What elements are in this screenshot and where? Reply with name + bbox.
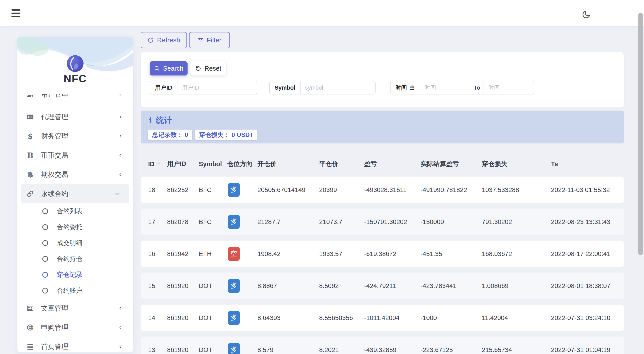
stats-title-text: 统计 [156, 115, 172, 126]
cell-symbol: DOT [199, 314, 227, 321]
chevron-left-icon [118, 153, 123, 158]
life-ring-icon [26, 323, 34, 331]
cell-ts: 2022-11-03 01:55:32 [551, 186, 624, 194]
page-scrollbar[interactable] [638, 13, 643, 255]
cell-ts: 2022-07-31 03:24:10 [551, 314, 624, 321]
sidebar-subitem-6[interactable]: 合约列表 [18, 203, 133, 219]
table-body: 18862252BTC多20505.6701414920399-493028.3… [141, 176, 624, 354]
sidebar-subitem-label: 穿仓记录 [57, 270, 82, 279]
user-id-field-group: 用户ID [150, 81, 257, 94]
sidebar-subitem-7[interactable]: 合约委托 [18, 219, 133, 235]
stat-badge-label: 穿仓损失： [199, 131, 230, 139]
brand-logo [67, 55, 84, 72]
sidebar-item-13[interactable]: 申购管理 [18, 318, 133, 337]
cell-direction: 空 [227, 247, 258, 261]
cell-settled_pnl: -491990.781822 [420, 186, 482, 194]
sidebar-subitem-11[interactable]: 合约账户 [18, 283, 133, 299]
cell-pnl: -439.32859 [364, 346, 420, 353]
search-button[interactable]: Search [150, 61, 188, 75]
column-header-6: 盈亏 [364, 159, 420, 168]
refresh-button[interactable]: Refresh [140, 32, 187, 48]
stat-badge-0: 总记录数：0 [148, 129, 192, 140]
filter-label: Filter [207, 36, 222, 44]
brand-name: NFC [18, 73, 133, 85]
reset-button[interactable]: Reset [190, 61, 226, 75]
time-field-group: 时间 To [390, 81, 534, 94]
sidebar: NFC 用户管理代理管理$财务管理B币币交易฿期权交易永续合约合约列表合约委托成… [18, 37, 133, 352]
sidebar-item-12[interactable]: 文章管理 [18, 299, 133, 318]
circle-icon [42, 272, 48, 278]
circle-icon [42, 224, 48, 230]
newspaper-icon [26, 304, 34, 312]
sidebar-item-3[interactable]: B币币交易 [18, 146, 133, 165]
cell-settled_pnl: -1000 [420, 314, 482, 321]
sidebar-item-0[interactable]: 用户管理 [18, 94, 133, 104]
sidebar-subitem-8[interactable]: 成交明细 [18, 235, 133, 251]
sidebar-item-label: 永续合约 [41, 189, 114, 199]
column-header-3: 仓位方向 [227, 159, 258, 168]
column-header-label: 用户ID [167, 159, 186, 168]
column-header-5: 平仓价 [319, 159, 364, 168]
column-header-label: 实际结算盈亏 [420, 159, 459, 168]
column-header-label: 穿仓损失 [482, 159, 507, 168]
direction-long-badge: 多 [228, 183, 240, 197]
cell-close_price: 21073.7 [319, 218, 364, 226]
column-header-label: 开仓价 [258, 159, 276, 168]
time-from-input[interactable] [420, 81, 470, 94]
user-id-input[interactable] [178, 81, 257, 94]
table-row: 15861920DOT多8.88678.5092-424.79211-423.7… [141, 273, 624, 299]
stat-badge-1: 穿仓损失：0 USDT [195, 129, 258, 140]
sidebar-item-1[interactable]: 代理管理 [18, 107, 133, 126]
cell-settled_pnl: -451.35 [420, 250, 482, 258]
cell-symbol: ETH [199, 250, 227, 258]
stat-badge-value: 0 USDT [232, 131, 254, 138]
cell-id: 18 [148, 186, 167, 194]
search-icon [154, 65, 160, 72]
sidebar-item-14[interactable]: 首页管理 [18, 337, 133, 352]
hamburger-menu-icon[interactable] [12, 9, 20, 17]
sidebar-item-label: 文章管理 [41, 304, 118, 313]
cell-user_id: 862252 [167, 186, 199, 194]
letter-b-icon: B [26, 151, 34, 159]
sidebar-item-5[interactable]: 永续合约 [21, 184, 129, 203]
cell-symbol: DOT [199, 346, 227, 353]
sidebar-item-4[interactable]: ฿期权交易 [18, 165, 133, 184]
sidebar-subitem-9[interactable]: 合约持仓 [18, 251, 133, 267]
chevron-down-icon [114, 191, 120, 197]
table-header: ID用户IDSymbol仓位方向开仓价平仓价盈亏实际结算盈亏穿仓损失Ts [141, 154, 624, 173]
chevron-left-icon [118, 114, 123, 120]
column-header-label: 盈亏 [364, 159, 377, 168]
column-header-label: Symbol [199, 160, 222, 168]
cell-loss: 791.30202 [482, 218, 551, 226]
baht-icon: ฿ [26, 170, 34, 179]
cell-direction: 多 [227, 215, 258, 229]
column-header-label: ID [148, 160, 154, 168]
sidebar-item-label: 财务管理 [41, 131, 118, 141]
sidebar-subitem-label: 合约账户 [57, 286, 82, 295]
sidebar-item-2[interactable]: $财务管理 [18, 126, 133, 146]
cell-ts: 2022-07-31 01:04:19 [551, 346, 624, 353]
refresh-label: Refresh [157, 36, 180, 44]
stat-badge-label: 总记录数： [152, 131, 183, 139]
circle-icon [42, 256, 48, 262]
column-header-8: 穿仓损失 [482, 159, 551, 168]
column-header-0[interactable]: ID [148, 160, 167, 168]
symbol-input[interactable] [300, 81, 375, 94]
sidebar-item-label: 首页管理 [41, 342, 118, 351]
sidebar-subitem-10[interactable]: 穿仓记录 [18, 267, 133, 283]
cell-close_price: 8.2021 [319, 346, 364, 353]
moon-icon[interactable] [580, 9, 592, 20]
direction-long-badge: 多 [228, 215, 240, 229]
user-id-label: 用户ID [150, 81, 178, 94]
time-to-input[interactable] [484, 81, 534, 94]
cell-settled_pnl: -150000 [420, 218, 482, 226]
column-header-9: Ts [551, 160, 624, 168]
cell-user_id: 861920 [167, 346, 199, 353]
cell-loss: 1.008669 [482, 282, 551, 290]
cell-id: 16 [148, 250, 167, 258]
stats-badges: 总记录数：0穿仓损失：0 USDT [148, 129, 258, 140]
search-panel: Search Reset 用户ID Symbol 时间 [141, 52, 624, 107]
direction-long-badge: 多 [228, 311, 240, 325]
users-icon [26, 94, 34, 98]
filter-button[interactable]: Filter [189, 32, 230, 48]
